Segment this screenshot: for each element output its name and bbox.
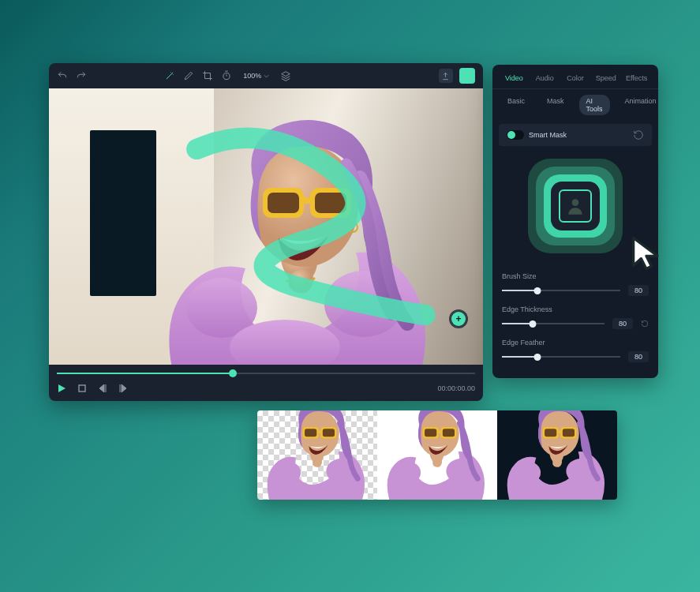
video-editor-window: 100%	[49, 63, 483, 401]
frame-back-icon[interactable]	[98, 384, 107, 393]
scrub-bar[interactable]	[57, 368, 475, 379]
play-icon[interactable]	[57, 384, 66, 393]
brush-endpoint-add[interactable]: +	[451, 312, 466, 326]
crop-icon[interactable]	[202, 70, 213, 81]
canvas-person	[84, 103, 483, 365]
reset-icon[interactable]	[633, 129, 644, 141]
tab-basic[interactable]: Basic	[500, 95, 532, 115]
thumb-white-bg[interactable]	[377, 410, 497, 500]
brush-size-value[interactable]: 80	[628, 285, 649, 296]
svg-point-12	[572, 199, 579, 206]
avatar[interactable]	[459, 68, 475, 84]
magic-wand-icon[interactable]	[164, 70, 175, 81]
tab-animation[interactable]: Animation	[618, 95, 664, 115]
zoom-level[interactable]: 100%	[240, 70, 272, 81]
edge-feather-slider[interactable]	[502, 352, 620, 362]
tab-color[interactable]: Color	[560, 71, 591, 85]
smart-mask-row: Smart Mask	[499, 124, 652, 146]
svg-rect-7	[304, 197, 312, 204]
undo-icon[interactable]	[57, 70, 68, 81]
smart-mask-big-button[interactable]	[492, 149, 658, 268]
pen-icon[interactable]	[183, 70, 194, 81]
tab-mask[interactable]: Mask	[540, 95, 571, 115]
tab-video[interactable]: Video	[499, 71, 530, 85]
slider-edge-feather: Edge Feather 80	[492, 334, 658, 367]
person-focus-icon	[565, 196, 586, 216]
cursor-icon	[627, 233, 668, 274]
edge-thickness-slider[interactable]	[502, 319, 605, 328]
edge-thickness-value[interactable]: 80	[612, 318, 633, 329]
properties-panel: Video Audio Color Speed Effects Basic Ma…	[492, 65, 658, 378]
edge-feather-value[interactable]: 80	[628, 351, 649, 362]
thumb-dark-bg[interactable]	[497, 410, 617, 500]
tabs-secondary: Basic Mask AI Tools Animation	[492, 89, 658, 121]
svg-rect-8	[268, 193, 299, 213]
tab-effects[interactable]: Effects	[621, 71, 652, 85]
tabs-primary: Video Audio Color Speed Effects	[492, 65, 658, 89]
share-button[interactable]	[439, 69, 453, 83]
timecode: 00:00:00.00	[437, 384, 475, 392]
smart-mask-toggle[interactable]	[507, 130, 524, 140]
result-thumbnails	[257, 410, 617, 500]
frame-forward-icon[interactable]	[118, 384, 128, 393]
tab-audio[interactable]: Audio	[530, 71, 560, 85]
tab-ai-tools[interactable]: AI Tools	[579, 95, 610, 115]
slider-edge-thickness: Edge Thickness 80	[492, 301, 658, 334]
video-canvas[interactable]: +	[49, 88, 483, 365]
smart-mask-label: Smart Mask	[529, 131, 567, 139]
playbar: 00:00:00.00	[49, 365, 483, 401]
tab-speed[interactable]: Speed	[590, 71, 621, 85]
reset-icon[interactable]	[641, 320, 649, 328]
timer-icon[interactable]	[221, 70, 232, 81]
svg-rect-11	[79, 385, 85, 392]
toolbar: 100%	[49, 63, 483, 88]
brush-size-slider[interactable]	[502, 286, 620, 295]
thumb-transparent[interactable]	[257, 410, 377, 500]
svg-rect-9	[315, 193, 346, 213]
redo-icon[interactable]	[76, 70, 87, 81]
stop-icon[interactable]	[77, 384, 87, 393]
layers-icon[interactable]	[280, 70, 291, 81]
